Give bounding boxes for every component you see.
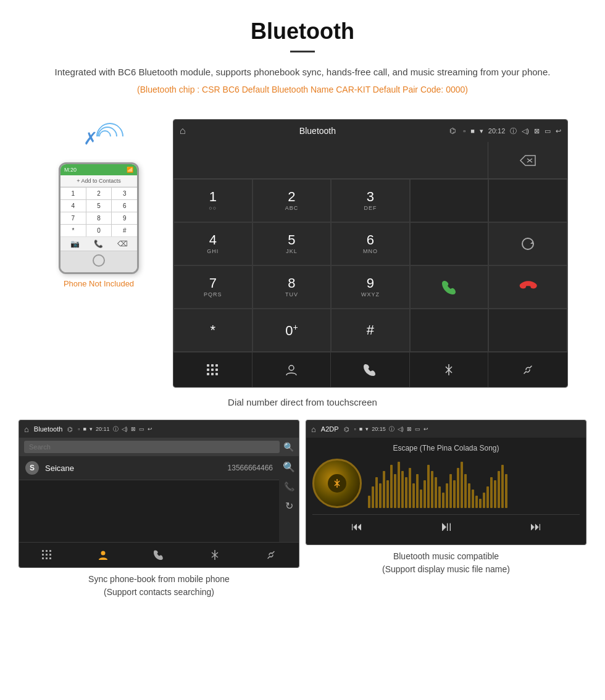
reload-button[interactable] <box>488 222 567 265</box>
dial-screen-title: Bluetooth <box>193 126 443 136</box>
phone-key: * <box>60 225 86 236</box>
dial-key-9[interactable]: 9 WXYZ <box>331 265 410 309</box>
a2dp-caption: Bluetooth music compatible (Support disp… <box>382 550 510 576</box>
window-icon: ▭ <box>544 127 551 135</box>
title-divider <box>290 51 315 52</box>
toolbar-link[interactable] <box>488 352 567 387</box>
dial-key-7[interactable]: 7 PQRS <box>173 265 252 309</box>
pb-main: S Seicane 13566664466 <box>19 456 279 542</box>
phone-add-contact: + Add to Contacts <box>60 175 137 187</box>
phone-home-bar <box>60 251 137 272</box>
call-side-icon: 📞 <box>284 481 294 491</box>
phone-key: 5 <box>86 200 112 212</box>
page-description: Integrated with BC6 Bluetooth module, su… <box>37 65 568 80</box>
bluetooth-status-icon: ▫ <box>463 127 465 135</box>
vol-icon-pb: ◁) <box>122 426 128 432</box>
dial-display <box>173 142 488 179</box>
phone-mockup-container: ✗ M:20 📶 + Add to Contacts 1 2 3 4 5 6 7… <box>37 119 161 288</box>
svg-rect-15 <box>46 550 48 552</box>
bt-icon-pb: ▫ <box>78 426 80 432</box>
pb-contact-number: 13566664466 <box>228 464 273 472</box>
phone-not-included-label: Phone Not Included <box>64 279 134 288</box>
pb-side-icons: 🔍 📞 ↻ <box>279 456 299 542</box>
time-a2dp: 20:15 <box>372 426 386 432</box>
svg-rect-11 <box>211 373 214 375</box>
page-header: Bluetooth Integrated with BC6 Bluetooth … <box>0 0 605 113</box>
home-icon-pb: ⌂ <box>24 425 29 434</box>
pb-bottom-bar <box>19 542 299 567</box>
location-icon: ■ <box>470 127 475 135</box>
pb-bar-link[interactable] <box>243 543 299 567</box>
phone-bottom-row: 📷 📞 ⌫ <box>60 236 137 251</box>
phone-key: 8 <box>86 212 112 224</box>
cam-icon-pb: ⓘ <box>113 425 119 433</box>
next-track-button[interactable]: ⏭ <box>530 520 541 533</box>
svg-rect-22 <box>49 557 51 559</box>
pb-bar-bt[interactable] <box>187 543 243 567</box>
search-side-icon: 🔍 <box>283 461 295 473</box>
svg-marker-3 <box>530 241 533 244</box>
close-icon: ⊠ <box>534 127 540 135</box>
pb-search-input[interactable] <box>24 441 280 453</box>
svg-point-23 <box>101 551 105 556</box>
toolbar-bluetooth[interactable] <box>410 352 489 387</box>
svg-point-13 <box>289 365 294 370</box>
bluetooth-waves: ✗ <box>74 119 123 156</box>
prev-track-button[interactable]: ⏮ <box>351 520 362 533</box>
dial-key-0[interactable]: 0+ <box>252 309 332 352</box>
dial-key-4[interactable]: 4 GHI <box>173 222 252 265</box>
pb-bar-contacts[interactable] <box>75 543 131 567</box>
toolbar-contacts[interactable] <box>252 352 332 387</box>
phonebook-header: ⌂ Bluetooth ⌬ ▫ ■ ▾ 20:11 ⓘ ◁) ⊠ ▭ ↩ <box>19 420 299 438</box>
dial-key-6[interactable]: 6 MNO <box>331 222 410 265</box>
phone-top-bar: M:20 📶 <box>60 164 137 175</box>
a2dp-title: A2DP <box>321 425 339 433</box>
end-call-button[interactable] <box>488 265 567 309</box>
call-icon: 📞 <box>94 240 103 248</box>
page-specs: (Bluetooth chip : CSR BC6 Default Blueto… <box>37 85 568 94</box>
refresh-side-icon: ↻ <box>285 500 293 512</box>
backspace-button[interactable] <box>488 142 567 179</box>
dial-key-1[interactable]: 1 ○○ <box>173 179 252 222</box>
call-button[interactable] <box>410 265 489 309</box>
dial-empty-5 <box>488 309 567 352</box>
a2dp-album-art <box>312 459 362 508</box>
dial-key-8[interactable]: 8 TUV <box>252 265 332 309</box>
svg-rect-9 <box>215 369 218 371</box>
close-icon-pb: ⊠ <box>131 426 136 432</box>
pb-bar-dialpad[interactable] <box>19 543 75 567</box>
a2dp-song-title: Escape (The Pina Colada Song) <box>312 444 580 452</box>
bluetooth-icon: ✗ <box>83 128 98 149</box>
dial-key-star[interactable]: * <box>173 309 252 352</box>
dial-key-3[interactable]: 3 DEF <box>331 179 410 222</box>
dial-key-5[interactable]: 5 JKL <box>252 222 332 265</box>
volume-icon: ◁) <box>522 127 529 135</box>
phonebook-caption: Sync phone-book from mobile phone (Suppo… <box>88 573 230 599</box>
search-icon-pb: 🔍 <box>283 442 294 452</box>
dial-empty-4 <box>410 309 489 352</box>
phonebook-screen: ⌂ Bluetooth ⌬ ▫ ■ ▾ 20:11 ⓘ ◁) ⊠ ▭ ↩ � <box>19 420 299 568</box>
usb-icon: ⌬ <box>449 127 456 135</box>
svg-marker-0 <box>520 156 535 165</box>
a2dp-header-right: ▫ ■ ▾ 20:15 ⓘ ◁) ⊠ ▭ ↩ <box>354 425 428 433</box>
dial-key-2[interactable]: 2 ABC <box>252 179 332 222</box>
window-icon-pb: ▭ <box>139 426 144 432</box>
dial-empty-1 <box>410 179 489 222</box>
svg-rect-7 <box>207 369 209 371</box>
phone-key: 6 <box>112 200 137 212</box>
toolbar-dialpad[interactable] <box>173 352 252 387</box>
dial-key-hash[interactable]: # <box>331 309 410 352</box>
dial-screen-header: ⌂ Bluetooth ⌬ ▫ ■ ▾ 20:12 ⓘ ◁) ⊠ ▭ ↩ <box>173 120 567 142</box>
phone-image: M:20 📶 + Add to Contacts 1 2 3 4 5 6 7 8… <box>59 162 139 274</box>
svg-rect-20 <box>42 557 44 559</box>
toolbar-phone[interactable] <box>331 352 410 387</box>
svg-rect-8 <box>211 369 214 371</box>
pb-bar-phone[interactable] <box>131 543 187 567</box>
svg-rect-19 <box>49 554 51 556</box>
phonebook-header-right: ▫ ■ ▾ 20:11 ⓘ ◁) ⊠ ▭ ↩ <box>78 425 152 433</box>
play-pause-button[interactable]: ⏯ <box>440 519 453 535</box>
phone-back-icon: ⌫ <box>117 240 128 248</box>
a2dp-artwork <box>312 459 580 508</box>
a2dp-bt-icon <box>328 474 346 493</box>
phone-key: 9 <box>112 212 137 224</box>
